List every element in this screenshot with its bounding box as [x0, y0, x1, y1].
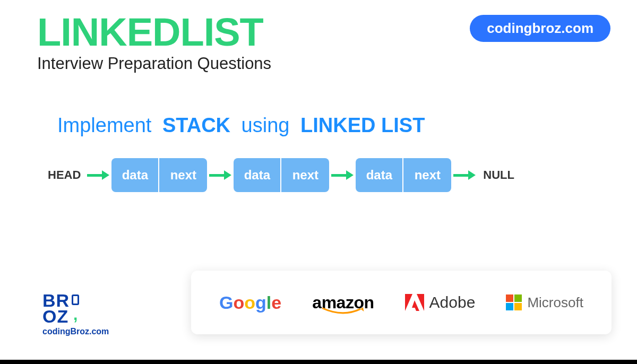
broz-apostrophe-icon: , — [73, 308, 78, 322]
bottom-bar — [0, 360, 637, 364]
amazon-smile-icon — [317, 307, 368, 316]
question-heading: Implement STACK using LINKED LIST — [57, 114, 425, 137]
arrow-icon — [87, 170, 109, 180]
adobe-text: Adobe — [429, 293, 476, 311]
arrow-icon — [209, 170, 231, 180]
companies-card: Google amazon Adobe Microsoft — [191, 271, 612, 334]
arrow-icon — [453, 170, 476, 180]
question-part-using: using — [242, 114, 290, 136]
microsoft-text: Microsoft — [527, 294, 583, 311]
question-part-linkedlist: LINKED LIST — [300, 114, 425, 136]
broz-square-icon — [72, 294, 79, 305]
amazon-logo: amazon — [312, 293, 374, 313]
arrow-icon — [331, 170, 354, 180]
footer-brand-logo: BR OZ, codingBroz.com — [42, 293, 109, 336]
question-part-implement: Implement — [57, 114, 151, 136]
adobe-a-icon — [405, 294, 424, 311]
adobe-logo: Adobe — [405, 293, 476, 311]
page-title: LINKEDLIST — [37, 13, 271, 52]
broz-line2: OZ — [42, 306, 68, 326]
head-label: HEAD — [48, 168, 81, 182]
google-logo: Google — [219, 292, 281, 313]
site-badge: codingbroz.com — [470, 15, 610, 42]
node: data next — [234, 158, 329, 192]
node: data next — [356, 158, 451, 192]
node-data-cell: data — [111, 158, 159, 192]
node: data next — [111, 158, 207, 192]
node-next-cell: next — [403, 158, 451, 192]
microsoft-squares-icon — [506, 294, 522, 310]
page-subtitle: Interview Preparation Questions — [37, 54, 271, 73]
node-data-cell: data — [234, 158, 281, 192]
node-next-cell: next — [159, 158, 207, 192]
microsoft-logo: Microsoft — [506, 294, 583, 311]
footer-site-text: codingBroz.com — [42, 327, 109, 336]
linked-list-diagram: HEAD data next data next data next NULL — [48, 158, 514, 192]
null-label: NULL — [483, 168, 514, 182]
question-part-stack: STACK — [162, 114, 230, 136]
node-next-cell: next — [281, 158, 329, 192]
node-data-cell: data — [356, 158, 403, 192]
